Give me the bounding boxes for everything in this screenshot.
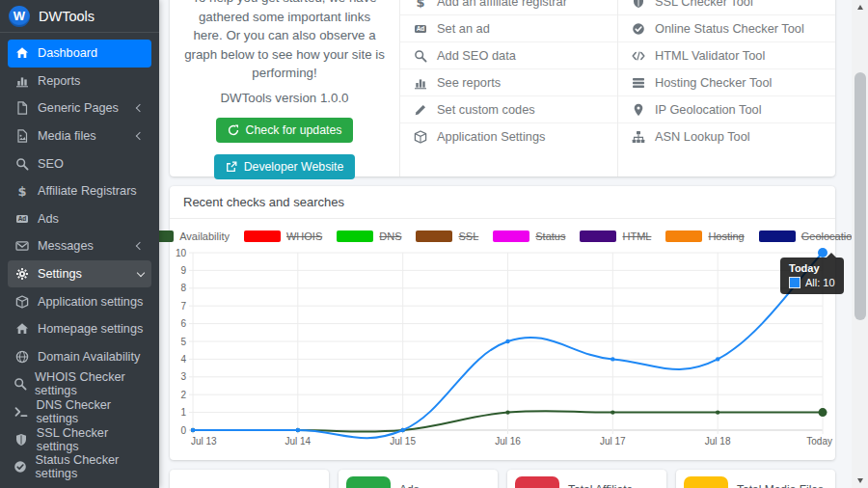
sidebar-item-seo[interactable]: SEO: [8, 149, 151, 177]
sidebar-item-ads[interactable]: Ad Ads: [8, 205, 151, 233]
version-text: DWTools version 1.0.0: [183, 91, 386, 105]
terminal-icon: [14, 405, 28, 419]
sitemap-icon: [630, 130, 646, 144]
scrollbar-thumb[interactable]: [854, 72, 866, 320]
vertical-scrollbar[interactable]: [852, 0, 868, 488]
quick-links-column-2: DNS Checker Tool SSL Checker Tool Online…: [617, 0, 835, 176]
svg-text:Jul 17: Jul 17: [600, 436, 626, 447]
sidebar-item-dashboard[interactable]: Dashboard: [8, 40, 151, 68]
file-image-icon: [14, 129, 30, 143]
sidebar: W DWTools Dashboard Reports Generic Page…: [0, 0, 159, 488]
quick-link-online-status-checker-tool[interactable]: Online Status Checker Tool: [618, 15, 835, 42]
sidebar-item-label: Status Checker settings: [36, 453, 146, 480]
summary-card-swatch: [346, 476, 391, 488]
svg-text:9: 9: [180, 265, 186, 276]
quick-link-label: Add SEO data: [437, 48, 516, 63]
quick-link-label: Application Settings: [437, 129, 545, 144]
tooltip-value: All: 10: [805, 277, 835, 288]
legend-item-status[interactable]: Status: [493, 230, 565, 242]
scroll-up-arrow-icon[interactable]: [852, 0, 868, 15]
quick-link-label: Add an affiliate registrar: [437, 0, 567, 9]
legend-item-ssl[interactable]: SSL: [416, 230, 478, 242]
sidebar-item-reports[interactable]: Reports: [8, 68, 151, 95]
check-circle-icon: [630, 22, 646, 36]
chart-card: Recent checks and searches All Availabil…: [170, 186, 835, 460]
quick-link-see-reports[interactable]: See reports: [400, 69, 617, 96]
chart-card-title: Recent checks and searches: [170, 186, 835, 219]
sidebar-item-ssl-checker-settings[interactable]: SSL Checker settings: [8, 425, 151, 453]
sidebar-nav: Dashboard Reports Generic Pages Media fi…: [0, 33, 159, 481]
summary-card-label: Total Affiliate Registrars: [568, 483, 659, 488]
sidebar-item-messages[interactable]: Messages: [8, 232, 151, 260]
chart-area[interactable]: All Availability WHOIS DNS SSL Status HT…: [170, 219, 835, 460]
dollar-icon: $: [14, 184, 30, 198]
refresh-icon: [228, 124, 239, 136]
quick-link-html-validator-tool[interactable]: HTML Validator Tool: [618, 42, 835, 69]
quick-link-application-settings[interactable]: Application Settings: [400, 123, 617, 149]
brand-link[interactable]: W DWTools: [0, 0, 159, 33]
line-chart[interactable]: 012345678910Jul 13Jul 14Jul 15Jul 16Jul …: [170, 219, 835, 460]
legend-item-whois[interactable]: WHOIS: [244, 230, 322, 242]
check-circle-icon: [14, 460, 28, 474]
svg-text:0: 0: [180, 425, 186, 436]
file-icon: [14, 101, 30, 115]
sidebar-item-application-settings[interactable]: Application settings: [8, 287, 151, 315]
sidebar-item-affiliate-registrars[interactable]: $ Affiliate Registrars: [8, 177, 151, 205]
quick-link-set-an-ad[interactable]: Ad Set an ad: [400, 15, 617, 42]
legend-label: Status: [535, 230, 565, 242]
quick-link-ssl-checker-tool[interactable]: SSL Checker Tool: [618, 0, 835, 15]
quick-link-hosting-checker-tool[interactable]: Hosting Checker Tool: [618, 69, 835, 96]
gears-icon: [14, 267, 30, 281]
sidebar-item-whois-checker-settings[interactable]: WHOIS Checker settings: [8, 370, 151, 398]
tooltip-title: Today: [789, 262, 835, 274]
sidebar-item-label: Dashboard: [38, 46, 97, 60]
quick-link-label: See reports: [437, 75, 501, 90]
brand-logo-icon: W: [9, 6, 30, 27]
sidebar-item-status-checker-settings[interactable]: Status Checker settings: [8, 453, 151, 481]
welcome-column: To help you get started, we have gathere…: [170, 0, 399, 176]
search-icon: [14, 157, 30, 171]
welcome-card: To help you get started, we have gathere…: [170, 0, 835, 176]
chart-tooltip: Today All: 10: [780, 258, 844, 294]
sidebar-item-label: SEO: [38, 157, 64, 171]
scroll-down-arrow-icon[interactable]: [852, 473, 868, 488]
svg-text:7: 7: [180, 301, 186, 312]
summary-card-label: Ads: [399, 483, 420, 488]
check-updates-button[interactable]: Check for updates: [216, 118, 354, 143]
developer-website-button[interactable]: Developer Website: [214, 154, 356, 179]
legend-item-html[interactable]: HTML: [580, 230, 651, 242]
legend-label: Hosting: [708, 230, 744, 242]
sidebar-item-settings[interactable]: Settings: [8, 260, 151, 288]
legend-label: Availability: [179, 230, 230, 242]
svg-text:Today: Today: [806, 436, 832, 447]
server-icon: [630, 76, 646, 90]
svg-text:1: 1: [180, 407, 186, 418]
svg-text:5: 5: [180, 337, 186, 347]
legend-item-geolocation[interactable]: Geolocation: [759, 230, 858, 242]
sidebar-item-domain-availability[interactable]: Domain Availability: [8, 343, 151, 371]
quick-link-label: SSL Checker Tool: [655, 0, 753, 9]
sidebar-item-label: WHOIS Checker settings: [35, 370, 146, 397]
sidebar-item-label: Media files: [38, 129, 96, 143]
sidebar-item-label: Messages: [38, 239, 94, 253]
sidebar-item-dns-checker-settings[interactable]: DNS Checker settings: [8, 398, 151, 426]
quick-link-set-custom-codes[interactable]: Set custom codes: [400, 96, 617, 123]
quick-link-asn-lookup-tool[interactable]: ASN Lookup Tool: [618, 123, 835, 149]
sidebar-item-homepage-settings[interactable]: Homepage settings: [8, 315, 151, 343]
quick-link-add-seo-data[interactable]: Add SEO data: [400, 42, 617, 69]
sidebar-item-media-files[interactable]: Media files: [8, 122, 151, 150]
tooltip-series-swatch: [789, 277, 800, 288]
svg-text:8: 8: [180, 283, 186, 293]
globe-icon: [14, 350, 30, 364]
dollar-icon: $: [412, 0, 428, 9]
sidebar-item-label: DNS Checker settings: [36, 398, 146, 425]
sidebar-item-label: Settings: [38, 267, 82, 281]
quick-link-add-an-affiliate-registrar[interactable]: $ Add an affiliate registrar: [400, 0, 617, 15]
svg-text:Jul 15: Jul 15: [390, 436, 416, 447]
legend-item-hosting[interactable]: Hosting: [665, 230, 744, 242]
home-icon: [14, 46, 30, 60]
sidebar-item-generic-pages[interactable]: Generic Pages: [8, 95, 151, 122]
legend-item-dns[interactable]: DNS: [337, 230, 401, 242]
legend-label: SSL: [458, 230, 478, 242]
quick-link-ip-geolocation-tool[interactable]: IP Geolocation Tool: [618, 96, 835, 123]
